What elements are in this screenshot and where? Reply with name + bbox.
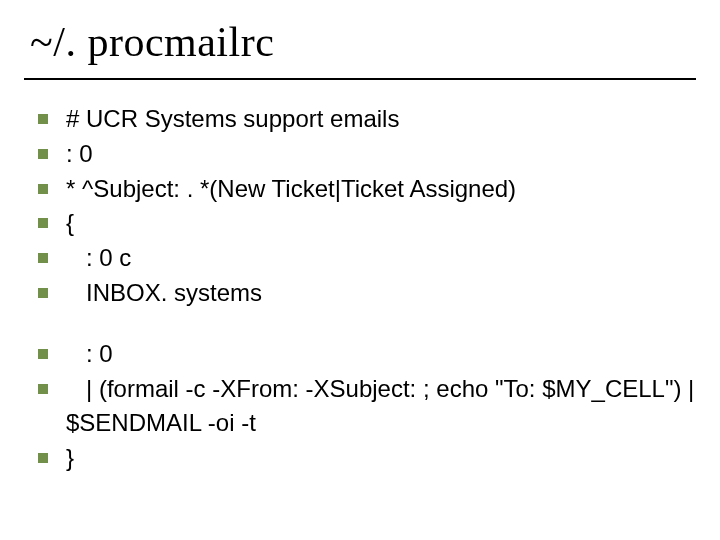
list-item-text: } <box>66 441 696 476</box>
list-item-text: : 0 c <box>66 241 696 276</box>
bullet-icon <box>38 114 48 124</box>
list-item-text: # UCR Systems support emails <box>66 102 696 137</box>
list-item-text: : 0 <box>66 137 696 172</box>
list-item-text: { <box>66 206 696 241</box>
bullet-icon <box>38 253 48 263</box>
slide: ~/. procmailrc # UCR Systems support ema… <box>0 0 720 540</box>
list-item: : 0 <box>38 137 696 172</box>
slide-title: ~/. procmailrc <box>24 0 696 80</box>
list-item: * ^Subject: . *(New Ticket|Ticket Assign… <box>38 172 696 207</box>
bullet-icon <box>38 218 48 228</box>
list-item: INBOX. systems <box>38 276 696 311</box>
list-item: # UCR Systems support emails <box>38 102 696 137</box>
list-item: : 0 <box>38 337 696 372</box>
bullet-icon <box>38 384 48 394</box>
list-item: } <box>38 441 696 476</box>
list-item: : 0 c <box>38 241 696 276</box>
bullet-icon <box>38 149 48 159</box>
list-item-text: INBOX. systems <box>66 276 696 311</box>
bullet-icon <box>38 453 48 463</box>
list-item-text: : 0 <box>66 337 696 372</box>
bullet-icon <box>38 349 48 359</box>
list-item: { <box>38 206 696 241</box>
list-item-text: | (formail -c -XFrom: -XSubject: ; echo … <box>66 372 696 442</box>
spacer <box>38 311 696 337</box>
list-item-text: * ^Subject: . *(New Ticket|Ticket Assign… <box>66 172 696 207</box>
list-item: | (formail -c -XFrom: -XSubject: ; echo … <box>38 372 696 442</box>
bullet-list: # UCR Systems support emails : 0 * ^Subj… <box>24 102 696 476</box>
bullet-icon <box>38 288 48 298</box>
bullet-icon <box>38 184 48 194</box>
